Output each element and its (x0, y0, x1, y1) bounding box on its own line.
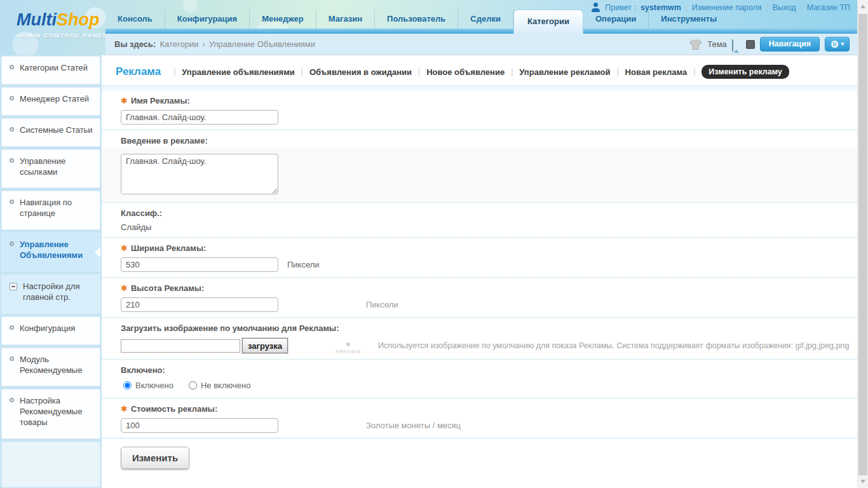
link-manage-advertising[interactable]: Управление рекламой (519, 67, 610, 77)
upload-button[interactable]: загрузка (242, 338, 288, 353)
field-label: Введение в рекламе: (121, 136, 857, 146)
upload-path-input[interactable] (121, 339, 240, 353)
ad-name-input[interactable] (121, 110, 278, 125)
theme-swatch-blue-wrap (732, 40, 741, 49)
scroll-up-arrow-icon[interactable] (860, 4, 865, 8)
tab-user[interactable]: Пользователь (375, 10, 458, 29)
ad-width-input[interactable] (121, 257, 278, 272)
field-label: ✱Высота Рекламы: (121, 283, 857, 293)
enabled-radio[interactable] (123, 381, 132, 390)
logo-subtitle: ADMIN CONTROL PANEL (17, 32, 107, 39)
field-label: Загрузить изображение по умолчанию для Р… (121, 323, 857, 333)
theme-swatch-blue[interactable] (732, 39, 733, 51)
vertical-scrollbar[interactable] (857, 0, 868, 488)
upload-hint: Используется изображение по умолчанию дл… (378, 341, 849, 350)
scrollbar-thumb[interactable] (858, 14, 867, 475)
tab-categories[interactable]: Категории (513, 10, 583, 34)
ad-height-input[interactable] (121, 297, 278, 312)
sidebar-item-recommended-module[interactable]: Модуль Рекомендуемые (1, 348, 100, 387)
disabled-radio[interactable] (189, 381, 197, 390)
breadcrumb-item-current[interactable]: Управление Объявлениями (209, 39, 315, 49)
link-manage-ads[interactable]: Управление объявлениями (182, 67, 294, 77)
sidebar-item-article-manager[interactable]: Менеджер Статей (1, 87, 100, 116)
divider: | (766, 4, 768, 11)
form-row-name: ✱Имя Рекламы: (102, 90, 857, 130)
radio-bullet-icon (10, 127, 14, 132)
link-pending-ads[interactable]: Объявления в ожидании (309, 67, 412, 77)
app-logo: MultiShop ADMIN CONTROL PANEL (17, 10, 107, 39)
navigation-button[interactable]: Навигация (760, 37, 820, 51)
radio-bullet-icon (10, 65, 14, 69)
settings-dropdown-button[interactable]: ⚙▾ (825, 37, 850, 51)
sidebar-item-article-categories[interactable]: Категории Статей (1, 56, 100, 85)
width-unit-hint: Пиксели (287, 260, 320, 269)
theme-swatch-dark[interactable] (746, 40, 755, 49)
sidebar-item-label: Настройки для главной стр. (23, 281, 93, 303)
radio-option-enabled[interactable]: Включено (123, 381, 173, 390)
preview-eye-icon[interactable] (346, 342, 350, 346)
radio-bullet-icon (10, 356, 14, 361)
sidebar-item-label: Системные Статьи (20, 125, 93, 136)
divider: | (693, 67, 695, 76)
sidebar-item-label: Менеджер Статей (20, 94, 89, 105)
logo-title: MultiShop (17, 10, 107, 30)
ad-intro-textarea[interactable]: Главная. Слайд-шоу. (121, 154, 278, 194)
submit-button[interactable]: Изменить (121, 447, 189, 469)
breadcrumb-separator: › (202, 39, 205, 49)
breadcrumb-prefix: Вы здесь: (114, 39, 156, 49)
sidebar-item-homepage-settings[interactable]: Настройки для главной стр. (1, 274, 100, 314)
breadcrumb-controls: Тема Навигация ⚙▾ (689, 37, 850, 51)
required-marker: ✱ (121, 96, 128, 105)
tab-deals[interactable]: Сделки (458, 10, 513, 29)
shop-tp-link[interactable]: Магазин ТП (807, 3, 850, 12)
sidebar-item-link-management[interactable]: Управление ссылками (1, 149, 100, 189)
logout-link[interactable]: Выход (772, 3, 796, 12)
main-content: Реклама | Управление объявлениями | Объя… (102, 55, 857, 488)
height-unit-hint: Пиксели (366, 300, 398, 309)
tab-configuration[interactable]: Конфигурация (165, 10, 250, 29)
classification-value: Слайды (121, 222, 857, 232)
collapse-minus-icon[interactable] (10, 283, 17, 290)
tab-console[interactable]: Консоль (105, 10, 165, 29)
submit-area: Изменить (102, 438, 857, 469)
active-link-edit-advertising[interactable]: Изменить рекламу (702, 65, 789, 79)
link-new-advertising[interactable]: Новая реклама (625, 67, 688, 77)
required-marker: ✱ (121, 404, 128, 414)
chevron-down-icon: ▾ (841, 37, 844, 51)
form-row-height: ✱Высота Рекламы: Пиксели (102, 278, 857, 318)
tab-operations[interactable]: Операции (583, 10, 649, 29)
divider: | (173, 67, 175, 76)
radio-bullet-icon (10, 241, 14, 246)
sidebar-item-label: Управление Объявлениями (20, 240, 93, 261)
form-row-intro-control: Главная. Слайд-шоу. (102, 148, 857, 203)
radio-bullet-icon (10, 158, 14, 163)
sidebar-item-recommended-products[interactable]: Настройка Рекомендуемые товары (1, 389, 100, 439)
logo-part-multi: Multi (17, 10, 57, 29)
cost-unit-hint: Золотые монеты / месяц (366, 421, 461, 430)
link-new-ad[interactable]: Новое объявление (426, 67, 505, 77)
radio-bullet-icon (10, 200, 14, 204)
sidebar-item-configuration[interactable]: Конфигурация (1, 316, 100, 345)
form-row-cost: ✱Стоимость рекламы: Золотые монеты / мес… (102, 398, 857, 438)
ad-cost-input[interactable] (121, 418, 278, 433)
header-strip (102, 86, 857, 90)
breadcrumb-item-categories[interactable]: Категории (159, 39, 198, 49)
tshirt-icon (689, 39, 702, 50)
field-label: ✱Стоимость рекламы: (121, 404, 857, 414)
tab-manager[interactable]: Менеджер (250, 10, 316, 29)
breadcrumb-bar: Вы здесь: Категории › Управление Объявле… (105, 34, 857, 55)
field-label: Включено: (121, 365, 857, 375)
radio-option-disabled[interactable]: Не включено (189, 381, 250, 390)
sidebar-item-page-navigation[interactable]: Навигация по странице (1, 191, 100, 230)
app-header: MultiShop ADMIN CONTROL PANEL Привет : s… (0, 0, 868, 55)
tab-tools[interactable]: Инструменты (649, 10, 729, 29)
form-row-width: ✱Ширина Рекламы: Пиксели (102, 238, 857, 278)
tab-shop[interactable]: Магазин (316, 10, 375, 29)
field-label: ✱Имя Рекламы: (121, 96, 857, 105)
scroll-down-arrow-icon[interactable] (860, 480, 865, 484)
module-header: Реклама | Управление объявлениями | Объя… (102, 55, 857, 86)
sidebar-item-system-articles[interactable]: Системные Статьи (1, 118, 100, 147)
selected-theme-caret (734, 50, 739, 53)
field-label: Классиф.: (121, 208, 857, 218)
sidebar-item-ad-management[interactable]: Управление Объявлениями (1, 233, 100, 272)
